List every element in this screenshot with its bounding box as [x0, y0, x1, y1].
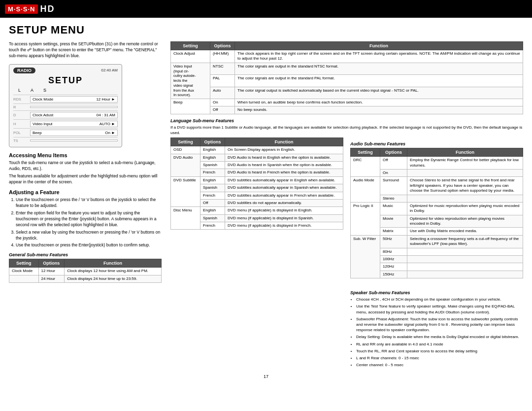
tab-l: L [18, 88, 21, 93]
step-3: Select a new value by using the touchscr… [16, 230, 162, 241]
general-th-options: Options [38, 259, 65, 268]
dvd-table-wrap: Setting Options Function OSD English On … [170, 137, 343, 369]
cell-function: DVD menu (if applicable) is displayed in… [225, 207, 343, 214]
time-display: 02:40 AM [101, 68, 118, 72]
cell-option: On [380, 169, 407, 176]
bullet-2: Use the Test Tone feature to verify spea… [356, 304, 523, 314]
cell-function: On Screen Display appears in English. [225, 146, 343, 154]
cell-function: The clock appears in the top right corne… [235, 50, 523, 63]
table-row: Auto The color signal output is switched… [171, 87, 523, 99]
radio-display: RADIO 02:40 AM SETUP L A S RDS Clock Mod… [9, 64, 122, 147]
cell-function: Selecting a crossover frequency sets a c… [407, 235, 523, 248]
cell-setting: Clock Adjust [171, 50, 210, 63]
bullet-7: L and R Rear channels: 0 - 15 msec [356, 355, 523, 361]
table-row: Video Input(Input cir-cultry autode-tect… [171, 63, 523, 74]
cell-option: Surround [380, 177, 407, 195]
page-number: 17 [9, 374, 523, 379]
bullet-8: Center channel: 0 - 5 msec [356, 362, 523, 368]
left-column: To access system settings, press the SET… [9, 41, 162, 369]
cell-function: DVD subtitles do not appear automaticall… [225, 199, 343, 206]
cell-setting: Disc Menu [171, 207, 200, 230]
radio-row-ts: TS [13, 137, 118, 144]
intro-text: To access system settings, press the SET… [9, 41, 162, 59]
audio-th-setting: Setting [351, 148, 380, 157]
cell-setting: Pro Logic II [351, 202, 380, 235]
cell-option: English [200, 176, 225, 184]
right-column: Setting Options Function Clock Adjust (H… [170, 41, 523, 369]
cell-option: Off [380, 157, 407, 170]
table-row: DRC Off Employ the Dynamic Range Control… [351, 157, 523, 170]
brand-logo: M·S·S·N [5, 4, 38, 14]
cell-setting: Clock Mode [9, 268, 39, 275]
cell-function: Choose Stereo to send the same signal to… [407, 177, 523, 195]
cell-option: 12 Hour [38, 268, 65, 275]
table-row: OSD English On Screen Display appears in… [171, 146, 343, 154]
cell-function: The color signal output is switched auto… [235, 87, 523, 99]
cell-option: English [200, 207, 225, 214]
radio-row-h: H Video InputAUTO ► [13, 119, 118, 128]
cell-option: Stereo [380, 195, 407, 202]
page-title: SETUP MENU [9, 24, 523, 36]
cell-function: The color signals are output in the stan… [235, 63, 523, 74]
cell-function: DVD subtitles automatically appear in En… [225, 176, 343, 184]
cell-function: DVD Audio is heard in Spanish when the o… [225, 161, 343, 169]
radio-badge: RADIO [13, 68, 35, 73]
bullet-3: Subwoofer Phase Adjustment: Touch the su… [356, 316, 523, 333]
adjusting-steps: Use the touchscreen or press the / 'or V… [9, 197, 162, 248]
language-submenu-text: If a DVD supports more than 1 Subtitle o… [170, 125, 523, 136]
cell-option: Spanish [200, 184, 225, 192]
dvd-th-options: Options [200, 138, 225, 146]
cell-option: Matrix [380, 228, 407, 235]
cell-function: The color signals are output in the stan… [235, 75, 523, 87]
table-row: Audio Mode Surround Choose Stereo to sen… [351, 177, 523, 195]
cell-setting: DVD Subtitle [171, 176, 200, 207]
cell-option: English [200, 154, 225, 161]
main-th-setting: Setting [171, 42, 210, 50]
bullet-6: Touch the RL, RR and Cent speaker icons … [356, 348, 523, 354]
audio-submenu: Audio Sub-menu Features Setting Options … [350, 137, 523, 282]
table-row: Disc Menu English DVD menu (if applicabl… [171, 207, 343, 214]
cell-option: Auto [210, 87, 235, 99]
cell-function [407, 263, 523, 271]
audio-submenu-title: Audio Sub-menu Features [350, 141, 523, 146]
cell-function [407, 195, 523, 202]
hd-logo: HD [40, 4, 55, 14]
audio-th-function: Function [407, 148, 523, 157]
cell-option: 80Hz [380, 248, 407, 255]
cell-option: English [200, 146, 225, 154]
cell-option: French [200, 169, 225, 176]
cell-function: Use with Dolby Matrix encoded media. [407, 228, 523, 235]
table-row: Clock Mode 12 Hour Clock displays 12 hou… [9, 268, 162, 275]
cell-option: Off [210, 106, 235, 114]
general-th-function: Function [65, 259, 162, 268]
cell-option: 120Hz [380, 263, 407, 271]
step-2: Enter the option field for the feature y… [16, 210, 162, 228]
cell-option: NTSC [210, 63, 235, 74]
audio-th-options: Options [380, 148, 407, 157]
cell-function: When turned on, an audible beep tone con… [235, 99, 523, 106]
cell-option: PAL [210, 75, 235, 87]
cell-function [407, 256, 523, 263]
table-row: Sub. W Filter 50Hz Selecting a crossover… [351, 235, 523, 248]
cell-setting: Audio Mode [351, 177, 380, 203]
tab-a: A [31, 88, 33, 93]
cell-option: Spanish [200, 214, 225, 222]
bullet-1: Choose 4CH , 4CH or 5CH depending on the… [356, 297, 523, 302]
cell-function: DVD Audio is heard in French when the op… [225, 169, 343, 176]
speaker-submenu-title: Speaker Sub-menu Features [350, 290, 523, 295]
general-th-setting: Setting [9, 259, 39, 268]
radio-row-r: R [13, 103, 118, 110]
tab-s: S [43, 88, 46, 93]
radio-row-d: D Clock Adust04 : 31 AM [13, 110, 118, 119]
general-submenu-title: General Sub-menu Features [9, 252, 162, 257]
audio-table: Setting Options Function DRC Off Employ … [350, 148, 523, 278]
cell-function: Clock displays 24 hour time up to 23:59. [65, 275, 162, 282]
cell-function [407, 169, 523, 176]
bullet-5: RL and RR only are available in 4.0 and … [356, 342, 523, 347]
dvd-th-setting: Setting [171, 138, 200, 146]
cell-function: DVD menu (if applicable) is displayed in… [225, 214, 343, 222]
table-row: Beep On When turned on, an audible beep … [171, 99, 523, 106]
main-th-function: Function [235, 42, 523, 50]
cell-setting: OSD [171, 146, 200, 154]
speaker-bullets: Choose 4CH , 4CH or 5CH depending on the… [350, 297, 523, 368]
